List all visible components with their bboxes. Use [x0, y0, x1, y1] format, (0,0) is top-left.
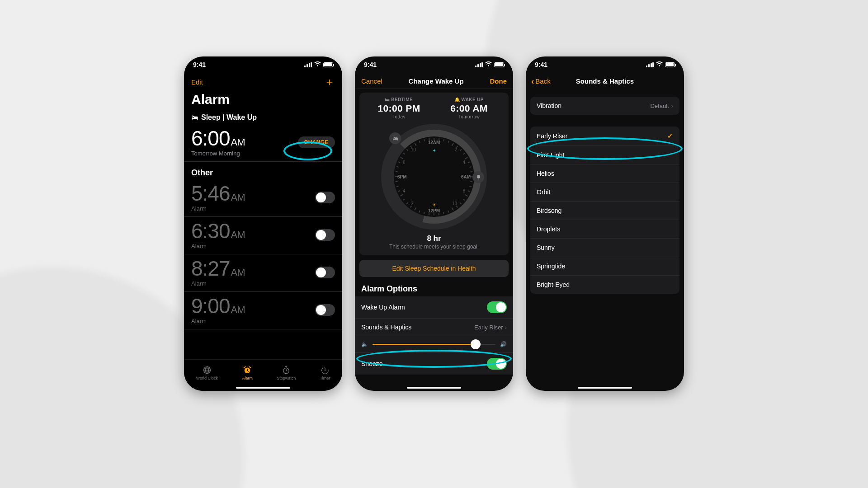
sound-option[interactable]: Droplets [530, 220, 679, 238]
sound-option[interactable]: Helios [530, 164, 679, 183]
vibration-row[interactable]: Vibration Default › [530, 97, 679, 115]
wakeup-subtitle: Tomorrow Morning [191, 150, 245, 157]
tab-world-clock[interactable]: World Clock [196, 366, 218, 380]
alarm-toggle[interactable] [315, 192, 335, 203]
globe-icon [203, 366, 212, 375]
alarm-options-header: Alarm Options [355, 277, 513, 296]
tab-alarm[interactable]: Alarm [242, 366, 253, 380]
alarm-row[interactable]: 5:46AM Alarm [184, 179, 342, 217]
cancel-button[interactable]: Cancel [361, 77, 382, 85]
back-button[interactable]: ‹ Back [531, 76, 551, 86]
change-button[interactable]: CHANGE [298, 136, 335, 148]
wakeup-time: 6:00AM [191, 128, 245, 149]
alarm-time: 8:27AM [191, 258, 245, 279]
sound-name: First Light [537, 151, 564, 159]
other-section-header: Other [184, 162, 342, 179]
sounds-haptics-value: Early Riser [474, 324, 503, 331]
home-indicator[interactable] [236, 387, 290, 389]
volume-row: 🔈 🔊 [355, 336, 513, 352]
sound-name: Orbit [537, 188, 550, 196]
alarm-toggle[interactable] [315, 229, 335, 241]
sleep-section-label: Sleep | Wake Up [201, 113, 257, 122]
volume-slider[interactable] [373, 344, 495, 345]
wifi-icon [485, 61, 492, 68]
sleep-section-header: Sleep | Wake Up [184, 111, 342, 125]
sound-option[interactable]: Orbit [530, 183, 679, 201]
face-num: 10 [452, 201, 457, 206]
home-indicator[interactable] [407, 387, 461, 389]
wakeup-handle[interactable] [472, 171, 484, 183]
status-time: 9:41 [364, 61, 377, 68]
sound-option[interactable]: Early Riser✓ [530, 127, 679, 145]
alarm-toggle[interactable] [315, 304, 335, 316]
tab-label: Stopwatch [277, 376, 296, 380]
wakeup-alarm-row: Wake Up Alarm [355, 296, 513, 318]
bedtime-handle[interactable] [389, 132, 401, 144]
tab-timer[interactable]: Timer [320, 366, 330, 380]
sound-option[interactable]: Birdsong [530, 201, 679, 220]
alarm-toggle[interactable] [315, 267, 335, 278]
alarm-row[interactable]: 9:00AM Alarm [184, 292, 342, 329]
sun-icon: ☀ [432, 202, 436, 207]
speaker-high-icon: 🔊 [500, 341, 507, 347]
alarm-list: 5:46AM Alarm 6:30AM Alarm 8:27AM Alarm 9… [184, 179, 342, 329]
chevron-left-icon: ‹ [531, 76, 534, 86]
wakeup-alarm-label: Wake Up Alarm [361, 304, 405, 311]
battery-icon [665, 62, 675, 67]
bell-icon [476, 174, 481, 180]
battery-icon [494, 62, 504, 67]
alarm-row[interactable]: 6:30AM Alarm [184, 217, 342, 254]
page-title: Alarm [184, 91, 342, 111]
add-alarm-button[interactable]: ＋ [324, 75, 335, 89]
sound-option[interactable]: Bright-Eyed [530, 275, 679, 294]
face-num: 8 [462, 188, 465, 193]
cellular-icon [304, 62, 312, 67]
alarm-icon [243, 366, 252, 375]
alarm-label: Alarm [191, 280, 245, 287]
sound-option[interactable]: Sunny [530, 238, 679, 257]
sounds-haptics-label: Sounds & Haptics [361, 324, 411, 331]
sleep-dial[interactable]: 12AM 12PM 6PM 6AM ✦ ☀ 2 4 8 10 2 4 8 10 [381, 124, 487, 230]
snooze-toggle[interactable] [487, 358, 507, 370]
sound-name: Helios [537, 170, 554, 177]
vibration-value: Default [650, 103, 669, 109]
wifi-icon [314, 61, 321, 68]
wakeup-row: 6:00AM Tomorrow Morning CHANGE [184, 125, 342, 162]
nav-bar: ‹ Back Sounds & Haptics [526, 73, 684, 89]
bed-icon [191, 115, 198, 120]
face-num: 8 [403, 160, 406, 165]
sound-name: Sunny [537, 244, 555, 251]
alarm-time: 6:30AM [191, 221, 245, 241]
sound-option[interactable]: Springtide [530, 257, 679, 275]
stopwatch-icon [282, 366, 291, 375]
timer-icon [321, 366, 330, 375]
nav-title: Sounds & Haptics [576, 77, 634, 85]
done-button[interactable]: Done [490, 77, 507, 85]
sounds-list: Early Riser✓First LightHeliosOrbitBirdso… [530, 127, 679, 294]
bell-icon: 🔔 [454, 97, 460, 102]
alarm-label: Alarm [191, 318, 245, 324]
home-indicator[interactable] [578, 387, 632, 389]
status-bar: 9:41 [526, 56, 684, 73]
clock-face: 12AM 12PM 6PM 6AM ✦ ☀ 2 4 8 10 2 4 8 10 [394, 136, 474, 217]
sound-option[interactable]: First Light [530, 145, 679, 164]
nav-title: Change Wake Up [409, 77, 464, 85]
face-num: 4 [462, 160, 465, 165]
alarm-label: Alarm [191, 205, 245, 212]
sleep-goal-text: This schedule meets your sleep goal. [364, 244, 504, 250]
alarm-time: 9:00AM [191, 296, 245, 316]
sounds-haptics-row[interactable]: Sounds & Haptics Early Riser › [355, 318, 513, 336]
svg-point-4 [286, 371, 287, 371]
face-num: 2 [411, 201, 414, 206]
status-bar: 9:41 [355, 56, 513, 73]
tab-bar: World Clock Alarm Stopwatch Timer [184, 359, 342, 391]
edit-schedule-button[interactable]: Edit Sleep Schedule in Health [359, 260, 509, 277]
alarm-time: 5:46AM [191, 183, 245, 204]
tab-stopwatch[interactable]: Stopwatch [277, 366, 296, 380]
tab-label: Timer [320, 376, 330, 380]
edit-button[interactable]: Edit [191, 78, 203, 86]
phone-sounds-haptics: 9:41 ‹ Back Sounds & Haptics Vibration D… [526, 56, 684, 391]
alarm-row[interactable]: 8:27AM Alarm [184, 254, 342, 292]
wakeup-alarm-toggle[interactable] [487, 301, 507, 313]
cellular-icon [646, 62, 654, 67]
